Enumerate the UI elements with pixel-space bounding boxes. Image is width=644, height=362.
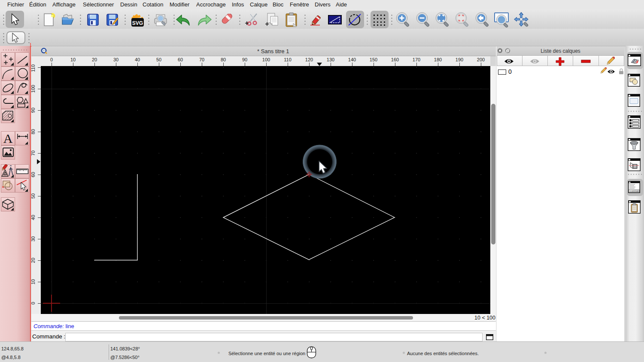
svg-text:80: 80 — [31, 129, 36, 134]
svg-text:80: 80 — [221, 57, 226, 62]
svg-text:110: 110 — [31, 64, 36, 72]
svg-text:30: 30 — [31, 236, 36, 241]
svg-text:A: A — [3, 131, 13, 145]
svg-text:60: 60 — [178, 57, 183, 62]
svg-text:140: 140 — [348, 57, 356, 62]
svg-text:90: 90 — [31, 108, 36, 113]
svg-text:0: 0 — [50, 57, 53, 62]
svg-text:160: 160 — [391, 57, 399, 62]
svg-text:10: 10 — [70, 57, 76, 62]
svg-text:190: 190 — [456, 57, 463, 62]
svg-text:c command: c command — [630, 190, 640, 192]
svg-text:90: 90 — [242, 57, 247, 62]
svg-text:100: 100 — [31, 85, 36, 93]
svg-text:40: 40 — [31, 215, 36, 220]
svg-text:10: 10 — [31, 279, 36, 284]
svg-text:20: 20 — [31, 258, 36, 263]
svg-text:30: 30 — [113, 57, 118, 62]
svg-text:100: 100 — [262, 57, 270, 62]
svg-text:110: 110 — [284, 57, 292, 62]
svg-text:60: 60 — [31, 172, 36, 177]
svg-text:70: 70 — [31, 151, 36, 156]
svg-text:120: 120 — [305, 57, 313, 62]
svg-text:SVG: SVG — [132, 20, 143, 26]
svg-text:150: 150 — [370, 57, 377, 62]
svg-text:50: 50 — [31, 193, 36, 199]
svg-text:70: 70 — [199, 57, 204, 62]
svg-text:200: 200 — [477, 57, 485, 62]
svg-text:180: 180 — [434, 57, 442, 62]
svg-text:20: 20 — [92, 57, 97, 62]
svg-text:40: 40 — [135, 57, 140, 62]
svg-text:50: 50 — [156, 57, 161, 62]
svg-text:130: 130 — [327, 57, 334, 62]
svg-text:0: 0 — [31, 302, 36, 305]
svg-text:170: 170 — [413, 57, 420, 62]
